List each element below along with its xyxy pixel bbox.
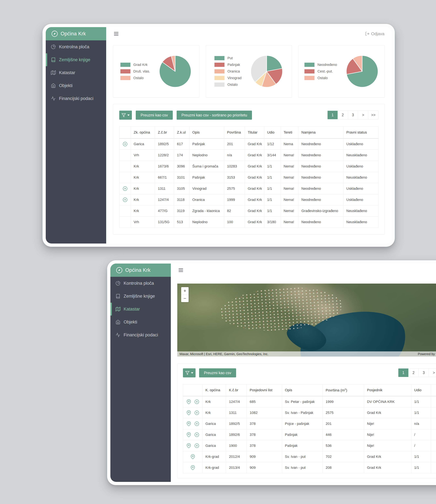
legend-swatch [305,76,315,80]
column-header[interactable]: Zk. općina [131,126,155,139]
table-row[interactable]: Krk1673/63096Šuma i gromača10283Grad Krk… [120,161,379,172]
sidebar-item-zemljisne-knjige[interactable]: Zemljišne knjige [110,290,171,303]
table-row[interactable]: Krk1247/4685Sv. Petar - pašnjak1999DV OP… [183,396,436,407]
legend-item[interactable]: Druš. vlas. [121,69,150,73]
table-cell: 1/1 [264,172,281,183]
column-header[interactable]: Udio [411,384,431,396]
table-row[interactable]: Krk1247/43118Oranica1999Grad Krk1/1Nema!… [120,194,379,205]
column-header[interactable] [431,384,436,396]
column-header[interactable]: K. općina [203,384,226,396]
sidebar-item-katastar[interactable]: Katastar [110,303,171,315]
column-header[interactable]: Udio [264,126,281,139]
expand-row-icon[interactable] [123,186,128,191]
locate-on-map-icon[interactable] [186,443,191,448]
expand-row-icon[interactable] [195,432,199,437]
column-header[interactable]: Posjednik [364,384,411,396]
legend-item[interactable]: Ostalo [305,76,337,80]
table-row[interactable]: Krk13111082Sv. Ivan - Pašnjak2575Grad Kr… [183,407,436,418]
sidebar-item-financijski-podaci[interactable]: Financijski podaci [46,92,106,105]
zoom-in-button[interactable]: + [181,287,189,295]
locate-on-map-icon[interactable] [186,399,191,404]
sidebar-item-kontrolna-ploca[interactable]: Kontrolna ploča [110,277,171,290]
legend-item[interactable]: Oranica [214,69,241,73]
table-row[interactable]: Krk13113105Vinograd2575Grad Krk1/1Nema!N… [120,183,379,194]
table-row[interactable]: Garica1892/5617Pašnjak201Grad Krk1/12Nem… [120,138,379,150]
page-2-button[interactable]: 2 [338,111,348,119]
zoom-out-button[interactable]: − [181,295,189,302]
column-header[interactable]: Z.k.ul [174,126,189,139]
column-header[interactable]: Opis [189,126,224,139]
column-header[interactable]: Opis [282,384,323,396]
legend-item[interactable]: Vinograd [214,76,241,80]
download-csv-button[interactable]: Preuzmi kao csv [136,111,173,120]
column-header[interactable]: Titular [245,126,264,139]
column-header[interactable]: Pravni status [343,126,379,139]
filter-button[interactable] [119,111,132,120]
column-header[interactable]: Z.č.br [155,126,174,139]
table-row[interactable]: Vrh131/5G513Neplodno100Grad Krk3/180Nema… [120,216,379,228]
column-header[interactable] [120,126,131,139]
expand-row-icon[interactable] [123,142,128,146]
table-cell: 10283 [224,161,245,172]
expand-row-icon[interactable] [195,410,199,415]
legend-item[interactable]: Put [214,56,241,60]
page-next-button[interactable]: > [358,111,368,119]
table-row[interactable]: Krk667/13101Pašnjak3153Grad Krk1/1Nema!N… [120,172,379,183]
column-header[interactable]: Površina (m2) [323,384,364,396]
page-1-button[interactable]: 1 [328,111,338,119]
download-csv-button[interactable]: Preuzmi kao csv [199,368,236,378]
sidebar-item-financijski-podaci[interactable]: Financijski podaci [110,328,171,341]
sidebar-item-objekti[interactable]: Objekti [110,315,171,328]
column-header[interactable]: Tereti [281,126,298,139]
expand-row-icon[interactable] [123,197,128,202]
locate-on-map-icon[interactable] [186,410,191,415]
filter-button[interactable] [183,368,195,378]
expand-row-icon[interactable] [195,443,199,448]
legend-item[interactable]: Ostalo [214,82,241,87]
hamburger-menu-icon[interactable] [113,31,119,37]
table-row[interactable]: Vrh1228/2174Neplodnon/aGrad Krk3/144Nema… [120,150,379,161]
table-row[interactable]: Krk-grad2013/4909Sv. Ivan - put208Grad K… [183,462,436,473]
table-cell: 1/1 [264,205,281,216]
sidebar-item-katastar[interactable]: Katastar [46,66,106,79]
locate-on-map-icon[interactable] [190,465,195,470]
locate-on-map-icon[interactable] [186,421,191,426]
table-row[interactable]: Garica1892/6378Pašnjak446Nije!/ [183,429,436,440]
locate-on-map-icon[interactable] [186,432,191,437]
column-header[interactable]: K.č.br [226,384,247,396]
satellite-map[interactable]: + − Maxar, Microsoft | Esri, HERE, Garmi… [177,284,436,357]
legend-item[interactable]: Neodređeno [305,63,337,67]
expand-row-icon[interactable] [195,421,199,426]
table-cell: Neodređeno [298,183,343,194]
table-row[interactable]: Krk477/G3119Zgrada - klaonica82Grad Krk1… [120,205,379,216]
column-header[interactable]: Namjena [298,126,343,139]
expand-row-icon[interactable] [195,399,199,404]
logout-button[interactable]: Odjava [365,31,384,36]
legend-item[interactable]: Grad Krk [121,63,150,67]
locate-on-map-icon[interactable] [190,454,195,459]
table-cell: 702 [323,451,364,462]
page-next-button[interactable]: > [429,369,436,377]
sidebar-item-objekti[interactable]: Objekti [46,79,106,92]
page-3-button[interactable]: 3 [418,369,429,377]
book-icon [51,57,56,62]
sidebar-item-zemljisne-knjige[interactable]: Zemljišne knjige [46,53,106,66]
column-header[interactable]: Posjedovni list [247,384,282,396]
sidebar-item-label: Objekti [124,320,137,324]
page-last-button[interactable]: >> [368,111,378,119]
legend-item[interactable]: Cest.-put. [305,69,337,73]
column-header[interactable] [183,384,203,396]
hamburger-menu-icon[interactable] [178,267,184,273]
download-csv-sorted-button[interactable]: Preuzmi kao csv - sortirano po prioritet… [177,111,252,120]
table-row[interactable]: Krk-grad2012/4909Sv. Ivan - put702Grad K… [183,451,436,462]
table-header-row: Zk. općinaZ.č.brZ.k.ulOpisPovršinaTitula… [120,126,379,139]
page-1-button[interactable]: 1 [398,369,408,377]
table-row[interactable]: Garica1900378Pašnjak536Nije!/ [183,440,436,451]
legend-item[interactable]: Ostalo [121,76,150,80]
page-2-button[interactable]: 2 [408,369,418,377]
page-3-button[interactable]: 3 [348,111,358,119]
table-row[interactable]: Garica1892/5378Pojce - pašnjak201Nije!n/… [183,418,436,429]
sidebar-item-kontrolna-ploca[interactable]: Kontrolna ploča [46,40,106,53]
legend-item[interactable]: Pašnjak [214,63,241,67]
column-header[interactable]: Površina [224,126,245,139]
